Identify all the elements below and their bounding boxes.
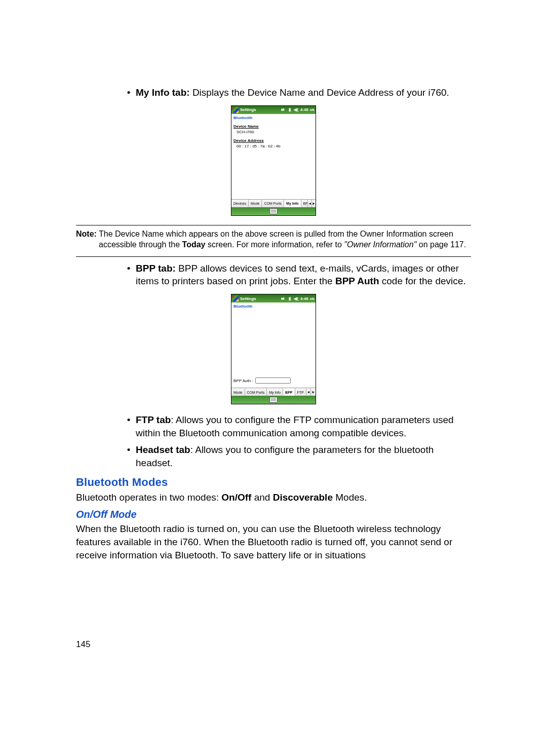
tab-myinfo[interactable]: My Info <box>267 388 283 396</box>
wm-softbar <box>231 396 316 404</box>
wm-subtitle: Bluetooth <box>231 114 316 122</box>
para-modes-discoverable: Discoverable <box>273 492 333 503</box>
tab-scroll-left-icon[interactable]: ◄ <box>308 200 312 207</box>
device-address-label: Device Address <box>233 138 314 143</box>
note-mid: screen. For more information, refer to <box>205 240 344 249</box>
para-modes-pre: Bluetooth operates in two modes: <box>76 492 221 503</box>
note: Note: The Device Name which appears on t… <box>76 229 471 250</box>
bullet-bpp-label: BPP tab: <box>136 263 176 274</box>
signal-icon: ▮ <box>287 107 292 112</box>
bullet-myinfo-label: My Info tab: <box>136 87 190 98</box>
tab-ftp[interactable]: FTP <box>295 388 306 396</box>
tab-comports[interactable]: COM Ports <box>262 200 284 207</box>
bullet-dot-icon: • <box>122 262 136 275</box>
bullet-headset-text: Headset tab: Allows you to configure the… <box>136 443 471 469</box>
bullet-bpp-auth: BPP Auth <box>335 276 379 286</box>
ok-button[interactable]: ok <box>310 296 315 301</box>
tab-bpp[interactable]: BPP <box>301 200 308 207</box>
para-modes-mid: and <box>251 492 272 503</box>
wm-title: Settings <box>240 296 256 301</box>
page-number: 145 <box>76 639 90 650</box>
keyboard-icon[interactable] <box>269 397 278 403</box>
tab-scroll-right-icon[interactable]: ► <box>312 200 316 207</box>
wm-titlebar: Settings ⇄ ▮ ◀ξ 4:48 ok <box>231 106 316 114</box>
wm-body: Device Name SCH-i760 Device Address 00 :… <box>231 122 316 199</box>
device-address-value: 00 : 17 : d5 : 7a : b2 : 4b <box>233 143 314 150</box>
wm-softbar <box>231 207 316 215</box>
connectivity-icon: ⇄ <box>281 107 286 112</box>
wm-titlebar: Settings ⇄ ▮ ◀ξ 4:48 ok <box>231 294 316 303</box>
keyboard-icon[interactable] <box>269 208 278 214</box>
screenshot-bpp: Settings ⇄ ▮ ◀ξ 4:48 ok Bluetooth BPP Au… <box>231 294 316 404</box>
bullet-myinfo-text: My Info tab: Displays the Device Name an… <box>136 86 471 99</box>
bpp-auth-row: BPP Auth : <box>233 377 314 386</box>
device-name-value: SCH-i760 <box>233 129 314 136</box>
bullet-ftp-label: FTP tab <box>136 414 171 425</box>
tab-mode[interactable]: Mode <box>249 200 262 207</box>
screenshot-myinfo: Settings ⇄ ▮ ◀ξ 4:48 ok Bluetooth Device… <box>231 105 316 216</box>
note-bold-today: Today <box>182 240 206 249</box>
windows-flag-icon <box>232 295 239 301</box>
wm-tabs: Devices Mode COM Ports My Info BPP ◄ ► <box>231 199 316 207</box>
device-name-label: Device Name <box>233 124 314 129</box>
tab-comports[interactable]: COM Ports <box>245 388 267 396</box>
heading-bluetooth-modes: Bluetooth Modes <box>76 476 471 489</box>
para-modes: Bluetooth operates in two modes: On/Off … <box>76 491 471 504</box>
bpp-auth-label: BPP Auth : <box>233 379 253 383</box>
heading-onoff-mode: On/Off Mode <box>76 509 471 520</box>
note-post: on page 117. <box>416 240 466 249</box>
bpp-auth-input[interactable] <box>255 377 291 384</box>
tab-bpp[interactable]: BPP <box>283 388 295 396</box>
connectivity-icon: ⇄ <box>281 296 286 301</box>
bullet-bpp-line2: code for the device. <box>379 276 466 286</box>
tab-myinfo[interactable]: My Info <box>284 200 301 207</box>
volume-icon: ◀ξ <box>294 296 299 301</box>
bullet-dot-icon: • <box>122 413 136 427</box>
bullet-dot-icon: • <box>122 86 136 99</box>
bullet-myinfo: • My Info tab: Displays the Device Name … <box>122 86 471 99</box>
bullet-dot-icon: • <box>122 443 136 457</box>
tab-scroll-right-icon[interactable]: ► <box>311 388 316 396</box>
wm-body: BPP Auth : <box>231 311 316 388</box>
ok-button[interactable]: ok <box>310 107 315 112</box>
clock-text: 4:48 <box>300 296 308 301</box>
note-text: The Device Name which appears on the abo… <box>99 229 471 250</box>
bullet-headset: • Headset tab: Allows you to configure t… <box>122 443 471 469</box>
wm-subtitle: Bluetooth <box>231 303 316 311</box>
bullet-myinfo-desc: Displays the Device Name and Device Addr… <box>190 87 449 98</box>
tab-mode[interactable]: Mode <box>231 388 245 396</box>
bullet-ftp: • FTP tab: Allows you to configure the F… <box>122 413 471 439</box>
wm-tabs: Mode COM Ports My Info BPP FTP ◄ ► <box>231 388 316 396</box>
divider <box>76 256 471 257</box>
bullet-ftp-text: FTP tab: Allows you to configure the FTP… <box>136 413 471 439</box>
bullet-headset-label: Headset tab <box>136 444 190 455</box>
note-italic-ref: "Owner Information" <box>344 240 416 249</box>
tab-scroll-left-icon[interactable]: ◄ <box>306 388 311 396</box>
windows-flag-icon <box>232 107 239 113</box>
bullet-ftp-desc: : Allows you to configure the FTP commun… <box>136 414 454 438</box>
bullet-bpp-text: BPP tab: BPP allows devices to send text… <box>136 262 471 288</box>
para-onoff: When the Bluetooth radio is turned on, y… <box>76 522 471 561</box>
clock-text: 4:48 <box>300 107 308 112</box>
para-modes-onoff: On/Off <box>221 492 251 503</box>
note-label: Note: <box>76 229 99 250</box>
tab-devices[interactable]: Devices <box>231 200 249 207</box>
signal-icon: ▮ <box>287 296 292 301</box>
volume-icon: ◀ξ <box>294 107 299 112</box>
wm-title: Settings <box>240 107 256 112</box>
para-modes-post: Modes. <box>333 492 367 503</box>
bullet-bpp: • BPP tab: BPP allows devices to send te… <box>122 262 471 288</box>
divider <box>76 225 471 225</box>
